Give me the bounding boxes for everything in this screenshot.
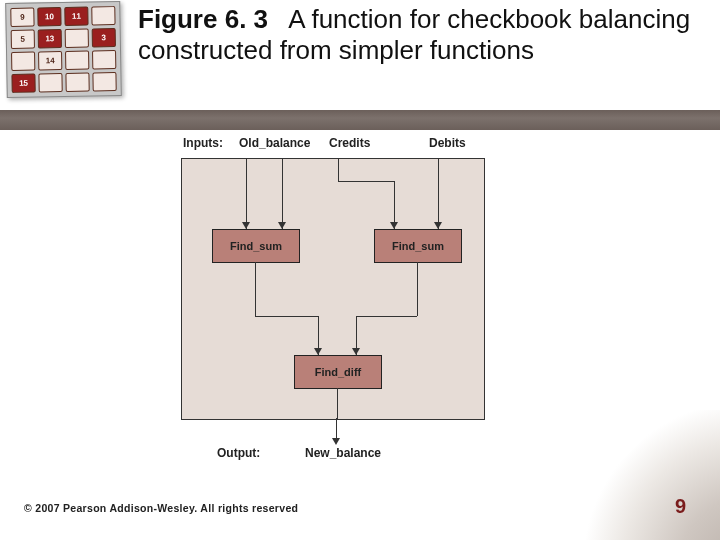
- connector: [336, 418, 337, 440]
- output-new-balance: New_balance: [305, 446, 381, 460]
- figure-caption: [275, 4, 288, 34]
- connector: [356, 316, 417, 317]
- tile: 5: [11, 30, 35, 49]
- arrowhead-icon: [278, 222, 286, 229]
- process-label: Find_diff: [315, 366, 361, 378]
- page-corner-graphic: [580, 410, 720, 540]
- connector: [338, 159, 339, 181]
- tile: 15: [11, 73, 35, 92]
- arrowhead-icon: [332, 438, 340, 445]
- tile: 14: [38, 51, 62, 70]
- tile: 3: [92, 28, 116, 47]
- connector: [255, 316, 318, 317]
- tile: 13: [38, 29, 62, 48]
- input-credits: Credits: [329, 136, 370, 150]
- tile: [91, 6, 115, 25]
- arrowhead-icon: [434, 222, 442, 229]
- tile: [11, 51, 35, 70]
- connector: [438, 159, 439, 229]
- arrowhead-icon: [390, 222, 398, 229]
- process-find-sum-left: Find_sum: [212, 229, 300, 263]
- tile: [92, 72, 116, 91]
- connector: [282, 159, 283, 229]
- tile: 9: [10, 8, 34, 27]
- divider-bar: [0, 110, 720, 130]
- connector: [417, 262, 418, 316]
- tile: [65, 73, 89, 92]
- arrowhead-icon: [242, 222, 250, 229]
- tile: [65, 51, 89, 70]
- arrowhead-icon: [314, 348, 322, 355]
- page-number: 9: [675, 495, 686, 518]
- inputs-label: Inputs:: [183, 136, 223, 150]
- tile: 11: [64, 7, 88, 26]
- connector: [338, 181, 394, 182]
- process-label: Find_sum: [230, 240, 282, 252]
- tile: [92, 50, 116, 69]
- tile: 10: [37, 7, 61, 26]
- slide: 9 10 11 5 13 3 14 15 Figure 6. 3 A funct…: [0, 0, 720, 540]
- output-label: Output:: [217, 446, 260, 460]
- diagram-panel: Find_sum Find_sum Find_diff: [181, 158, 485, 420]
- input-old-balance: Old_balance: [239, 136, 310, 150]
- copyright-text: © 2007 Pearson Addison-Wesley. All right…: [24, 502, 298, 514]
- tile: [38, 73, 62, 92]
- process-find-diff: Find_diff: [294, 355, 382, 389]
- process-label: Find_sum: [392, 240, 444, 252]
- input-debits: Debits: [429, 136, 466, 150]
- connector: [246, 159, 247, 229]
- function-diagram: Inputs: Old_balance Credits Debits Find_…: [175, 136, 495, 466]
- connector: [337, 388, 338, 419]
- process-find-sum-right: Find_sum: [374, 229, 462, 263]
- tile: [65, 29, 89, 48]
- connector: [255, 262, 256, 316]
- figure-title: Figure 6. 3 A function for checkbook bal…: [138, 4, 698, 66]
- arrowhead-icon: [352, 348, 360, 355]
- corner-number-grid: 9 10 11 5 13 3 14 15: [5, 1, 122, 98]
- figure-label: Figure 6. 3: [138, 4, 268, 34]
